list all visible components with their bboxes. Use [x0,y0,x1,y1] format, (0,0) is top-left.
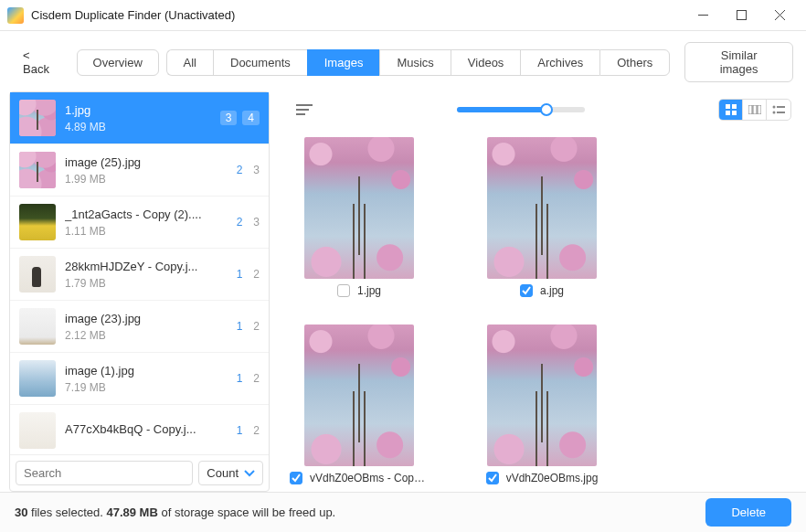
file-name: 28kkmHJDZeY - Copy.j... [65,260,222,273]
dup-count: 2 [231,163,249,177]
file-name: _1nt2aGacts - Copy (2).... [65,207,222,221]
app-icon [7,7,24,24]
thumb-image [487,137,597,279]
file-row[interactable]: image (1).jpg 7.19 MB 12 [10,353,269,405]
svg-rect-2 [732,104,737,109]
svg-rect-6 [753,105,757,114]
select-checkbox[interactable] [520,284,533,297]
file-row[interactable]: image (25).jpg 1.99 MB 23 [10,144,269,197]
thumb-image [304,325,414,466]
svg-rect-11 [777,112,785,113]
sort-dropdown[interactable]: Count [198,461,263,485]
window-title: Cisdem Duplicate Finder (Unactivated) [31,8,235,22]
filter-button[interactable] [286,103,323,116]
search-input[interactable] [16,461,193,485]
file-size: 4.89 MB [65,121,211,133]
file-row[interactable]: image (23).jpg 2.12 MB 12 [10,301,269,353]
svg-rect-5 [748,105,752,114]
thumb-image [487,325,597,466]
view-grid-button[interactable] [719,100,743,120]
footer: 30 files selected. 47.89 MB of storage s… [0,492,806,532]
back-button[interactable]: < Back [13,42,69,82]
thumb-card[interactable]: a.jpg [469,137,615,297]
svg-point-10 [773,112,776,114]
status-text: 30 files selected. 47.89 MB of storage s… [15,505,335,519]
similar-images-button[interactable]: Similar images [684,42,793,82]
delete-button[interactable]: Delete [705,498,791,527]
file-thumb [19,256,56,293]
file-row[interactable]: 1.jpg 4.89 MB 34 [10,92,269,144]
tab-videos[interactable]: Videos [451,49,521,76]
svg-rect-1 [726,104,730,109]
close-button[interactable] [760,3,799,28]
view-list-button[interactable] [767,100,790,120]
thumb-caption: vVdhZ0eOBms.jpg [506,472,599,484]
file-size: 1.11 MB [65,225,222,238]
total-count: 3 [253,216,260,229]
dup-count: 3 [220,111,238,125]
content-pane: 1.jpg a.jpg vVdhZ0eOBms - Copy.jpg [281,91,797,492]
category-tabs: All Documents Images Musics Videos Archi… [166,49,671,76]
svg-point-8 [773,106,776,109]
file-size: 1.99 MB [65,173,222,186]
svg-rect-7 [758,105,761,114]
tab-musics[interactable]: Musics [379,49,450,76]
total-count: 2 [253,372,260,385]
sidebar-footer: Count [10,454,269,491]
tab-documents[interactable]: Documents [213,49,307,76]
svg-rect-3 [726,111,730,115]
tab-archives[interactable]: Archives [520,49,599,76]
thumb-caption: a.jpg [540,284,564,297]
file-size: 2.12 MB [65,329,222,342]
file-row[interactable]: _1nt2aGacts - Copy (2).... 1.11 MB 23 [10,197,269,249]
sidebar: 1.jpg 4.89 MB 34 image (25).jpg 1.99 MB … [9,91,270,492]
select-checkbox[interactable] [290,472,302,484]
select-checkbox[interactable] [337,284,350,297]
thumbnail-grid: 1.jpg a.jpg vVdhZ0eOBms - Copy.jpg [281,124,797,492]
file-thumb [19,100,56,136]
view-mode-group [718,99,791,121]
file-row[interactable]: A77cXb4kBqQ - Copy.j... 12 [10,405,269,454]
thumb-caption: 1.jpg [357,284,381,297]
main-toolbar: < Back Overview All Documents Images Mus… [0,31,806,91]
thumb-card[interactable]: vVdhZ0eOBms.jpg [469,325,615,484]
file-thumb [19,360,56,397]
tab-others[interactable]: Others [599,49,670,76]
thumb-caption: vVdhZ0eOBms - Copy.jpg [310,472,429,484]
dup-count: 1 [231,319,249,334]
svg-rect-4 [732,111,737,115]
tab-images[interactable]: Images [307,49,380,76]
minimize-button[interactable] [684,3,722,28]
thumb-card[interactable]: vVdhZ0eOBms - Copy.jpg [286,325,432,484]
file-thumb [19,308,56,345]
titlebar: Cisdem Duplicate Finder (Unactivated) [0,0,806,31]
file-row[interactable]: 28kkmHJDZeY - Copy.j... 1.79 MB 12 [10,249,269,301]
svg-rect-0 [737,11,746,20]
file-thumb [19,412,56,449]
svg-rect-9 [777,106,785,108]
thumb-image [304,137,414,279]
total-count: 3 [253,164,260,176]
file-name: A77cXb4kBqQ - Copy.j... [65,422,222,436]
file-list[interactable]: 1.jpg 4.89 MB 34 image (25).jpg 1.99 MB … [10,92,269,454]
zoom-slider[interactable] [457,107,585,112]
maximize-button[interactable] [722,3,760,28]
file-thumb [19,152,56,188]
dup-count: 2 [231,215,249,229]
tab-all[interactable]: All [166,49,213,76]
sort-label: Count [207,466,239,480]
chevron-down-icon [244,468,255,479]
main-area: 1.jpg 4.89 MB 34 image (25).jpg 1.99 MB … [0,91,806,492]
dup-count: 1 [231,267,249,282]
file-name: image (25).jpg [65,155,222,169]
select-checkbox[interactable] [486,472,499,484]
thumb-card[interactable]: 1.jpg [286,137,432,297]
content-toolbar [281,91,797,124]
view-columns-button[interactable] [743,100,767,120]
overview-button[interactable]: Overview [77,49,159,76]
file-name: image (1).jpg [65,364,222,378]
total-count: 4 [242,111,260,125]
file-name: 1.jpg [65,103,211,117]
dup-count: 1 [231,423,249,438]
total-count: 2 [253,268,260,281]
